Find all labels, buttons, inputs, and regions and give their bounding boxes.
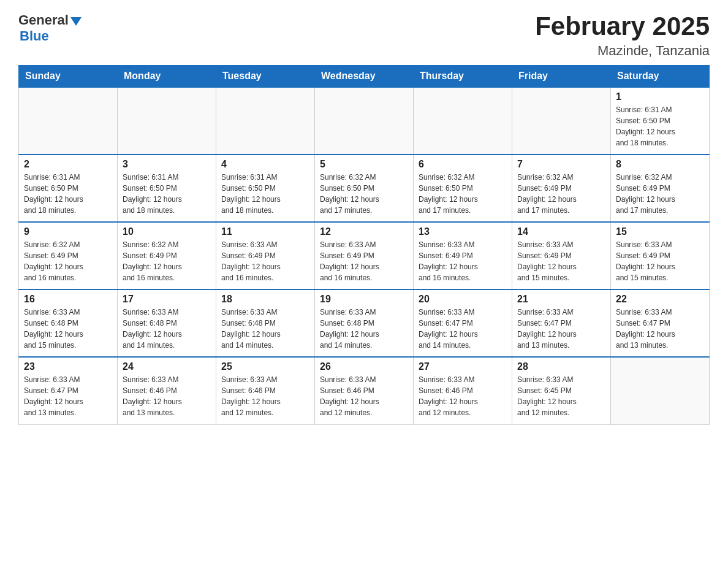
location-title: Mazinde, Tanzania: [535, 43, 710, 59]
day-info: Sunrise: 6:32 AMSunset: 6:50 PMDaylight:…: [320, 172, 408, 216]
day-info: Sunrise: 6:31 AMSunset: 6:50 PMDaylight:…: [616, 104, 704, 148]
calendar-cell: 20Sunrise: 6:33 AMSunset: 6:47 PMDayligh…: [414, 289, 512, 357]
calendar-cell: 23Sunrise: 6:33 AMSunset: 6:47 PMDayligh…: [19, 357, 118, 424]
day-number: 3: [123, 159, 211, 170]
calendar-cell: 6Sunrise: 6:32 AMSunset: 6:50 PMDaylight…: [414, 155, 512, 222]
calendar-cell: 4Sunrise: 6:31 AMSunset: 6:50 PMDaylight…: [216, 155, 315, 222]
day-number: 18: [221, 294, 309, 305]
calendar-cell: [315, 87, 414, 155]
calendar-cell: 27Sunrise: 6:33 AMSunset: 6:46 PMDayligh…: [414, 357, 512, 424]
day-info: Sunrise: 6:33 AMSunset: 6:49 PMDaylight:…: [517, 239, 605, 283]
day-info: Sunrise: 6:33 AMSunset: 6:47 PMDaylight:…: [24, 374, 112, 418]
day-number: 12: [320, 226, 408, 237]
calendar-cell: 17Sunrise: 6:33 AMSunset: 6:48 PMDayligh…: [118, 289, 216, 357]
day-number: 14: [517, 226, 605, 237]
day-info: Sunrise: 6:32 AMSunset: 6:49 PMDaylight:…: [517, 172, 605, 216]
header-title-area: February 2025 Mazinde, Tanzania: [535, 12, 710, 59]
calendar-cell: 26Sunrise: 6:33 AMSunset: 6:46 PMDayligh…: [315, 357, 414, 424]
day-info: Sunrise: 6:33 AMSunset: 6:47 PMDaylight:…: [419, 307, 507, 351]
logo-general-text: General: [18, 12, 69, 28]
day-number: 25: [221, 361, 309, 372]
day-number: 21: [517, 294, 605, 305]
calendar-cell: [19, 87, 118, 155]
day-number: 13: [419, 226, 507, 237]
day-number: 17: [123, 294, 211, 305]
page-header: General Blue February 2025 Mazinde, Tanz…: [18, 12, 710, 59]
day-info: Sunrise: 6:33 AMSunset: 6:48 PMDaylight:…: [320, 307, 408, 351]
day-number: 16: [24, 294, 112, 305]
day-info: Sunrise: 6:31 AMSunset: 6:50 PMDaylight:…: [123, 172, 211, 216]
day-info: Sunrise: 6:31 AMSunset: 6:50 PMDaylight:…: [24, 172, 112, 216]
calendar-cell: 7Sunrise: 6:32 AMSunset: 6:49 PMDaylight…: [512, 155, 611, 222]
day-info: Sunrise: 6:33 AMSunset: 6:49 PMDaylight:…: [221, 239, 309, 283]
day-number: 1: [616, 91, 704, 102]
day-number: 11: [221, 226, 309, 237]
day-info: Sunrise: 6:33 AMSunset: 6:49 PMDaylight:…: [320, 239, 408, 283]
day-info: Sunrise: 6:33 AMSunset: 6:49 PMDaylight:…: [616, 239, 704, 283]
day-info: Sunrise: 6:33 AMSunset: 6:47 PMDaylight:…: [616, 307, 704, 351]
calendar-week-row: 1Sunrise: 6:31 AMSunset: 6:50 PMDaylight…: [19, 87, 710, 155]
day-info: Sunrise: 6:33 AMSunset: 6:48 PMDaylight:…: [24, 307, 112, 351]
day-number: 24: [123, 361, 211, 372]
day-number: 6: [419, 159, 507, 170]
calendar-cell: 1Sunrise: 6:31 AMSunset: 6:50 PMDaylight…: [611, 87, 710, 155]
calendar-cell: 11Sunrise: 6:33 AMSunset: 6:49 PMDayligh…: [216, 222, 315, 289]
weekday-header-thursday: Thursday: [414, 66, 512, 88]
day-info: Sunrise: 6:32 AMSunset: 6:49 PMDaylight:…: [616, 172, 704, 216]
calendar-cell: 8Sunrise: 6:32 AMSunset: 6:49 PMDaylight…: [611, 155, 710, 222]
weekday-header-row: SundayMondayTuesdayWednesdayThursdayFrid…: [19, 66, 710, 88]
month-title: February 2025: [535, 12, 710, 40]
weekday-header-friday: Friday: [512, 66, 611, 88]
calendar-cell: 3Sunrise: 6:31 AMSunset: 6:50 PMDaylight…: [118, 155, 216, 222]
weekday-header-tuesday: Tuesday: [216, 66, 315, 88]
day-number: 19: [320, 294, 408, 305]
calendar-week-row: 9Sunrise: 6:32 AMSunset: 6:49 PMDaylight…: [19, 222, 710, 289]
calendar-cell: [216, 87, 315, 155]
day-number: 20: [419, 294, 507, 305]
calendar-cell: [512, 87, 611, 155]
logo: General Blue: [18, 12, 82, 44]
calendar-week-row: 16Sunrise: 6:33 AMSunset: 6:48 PMDayligh…: [19, 289, 710, 357]
calendar-cell: 18Sunrise: 6:33 AMSunset: 6:48 PMDayligh…: [216, 289, 315, 357]
day-number: 26: [320, 361, 408, 372]
logo-blue-text: Blue: [20, 28, 49, 44]
calendar-cell: 14Sunrise: 6:33 AMSunset: 6:49 PMDayligh…: [512, 222, 611, 289]
calendar-cell: 25Sunrise: 6:33 AMSunset: 6:46 PMDayligh…: [216, 357, 315, 424]
weekday-header-saturday: Saturday: [611, 66, 710, 88]
calendar-cell: 15Sunrise: 6:33 AMSunset: 6:49 PMDayligh…: [611, 222, 710, 289]
day-info: Sunrise: 6:33 AMSunset: 6:46 PMDaylight:…: [221, 374, 309, 418]
day-info: Sunrise: 6:33 AMSunset: 6:47 PMDaylight:…: [517, 307, 605, 351]
logo-triangle-icon: [70, 17, 82, 26]
day-number: 7: [517, 159, 605, 170]
day-number: 9: [24, 226, 112, 237]
day-info: Sunrise: 6:33 AMSunset: 6:46 PMDaylight:…: [123, 374, 211, 418]
day-number: 27: [419, 361, 507, 372]
calendar-cell: 22Sunrise: 6:33 AMSunset: 6:47 PMDayligh…: [611, 289, 710, 357]
calendar-cell: 21Sunrise: 6:33 AMSunset: 6:47 PMDayligh…: [512, 289, 611, 357]
day-info: Sunrise: 6:33 AMSunset: 6:48 PMDaylight:…: [221, 307, 309, 351]
calendar-cell: 9Sunrise: 6:32 AMSunset: 6:49 PMDaylight…: [19, 222, 118, 289]
calendar-cell: 5Sunrise: 6:32 AMSunset: 6:50 PMDaylight…: [315, 155, 414, 222]
day-number: 10: [123, 226, 211, 237]
weekday-header-sunday: Sunday: [19, 66, 118, 88]
calendar-cell: 24Sunrise: 6:33 AMSunset: 6:46 PMDayligh…: [118, 357, 216, 424]
day-info: Sunrise: 6:33 AMSunset: 6:45 PMDaylight:…: [517, 374, 605, 418]
day-number: 22: [616, 294, 704, 305]
day-number: 5: [320, 159, 408, 170]
day-info: Sunrise: 6:32 AMSunset: 6:49 PMDaylight:…: [123, 239, 211, 283]
weekday-header-monday: Monday: [118, 66, 216, 88]
calendar-cell: 10Sunrise: 6:32 AMSunset: 6:49 PMDayligh…: [118, 222, 216, 289]
day-info: Sunrise: 6:33 AMSunset: 6:49 PMDaylight:…: [419, 239, 507, 283]
calendar-cell: 19Sunrise: 6:33 AMSunset: 6:48 PMDayligh…: [315, 289, 414, 357]
calendar-cell: [611, 357, 710, 424]
day-info: Sunrise: 6:33 AMSunset: 6:48 PMDaylight:…: [123, 307, 211, 351]
day-number: 23: [24, 361, 112, 372]
calendar-table: SundayMondayTuesdayWednesdayThursdayFrid…: [18, 65, 710, 425]
calendar-cell: [118, 87, 216, 155]
calendar-cell: 13Sunrise: 6:33 AMSunset: 6:49 PMDayligh…: [414, 222, 512, 289]
day-info: Sunrise: 6:33 AMSunset: 6:46 PMDaylight:…: [419, 374, 507, 418]
day-number: 4: [221, 159, 309, 170]
calendar-cell: 2Sunrise: 6:31 AMSunset: 6:50 PMDaylight…: [19, 155, 118, 222]
calendar-cell: 28Sunrise: 6:33 AMSunset: 6:45 PMDayligh…: [512, 357, 611, 424]
day-number: 8: [616, 159, 704, 170]
